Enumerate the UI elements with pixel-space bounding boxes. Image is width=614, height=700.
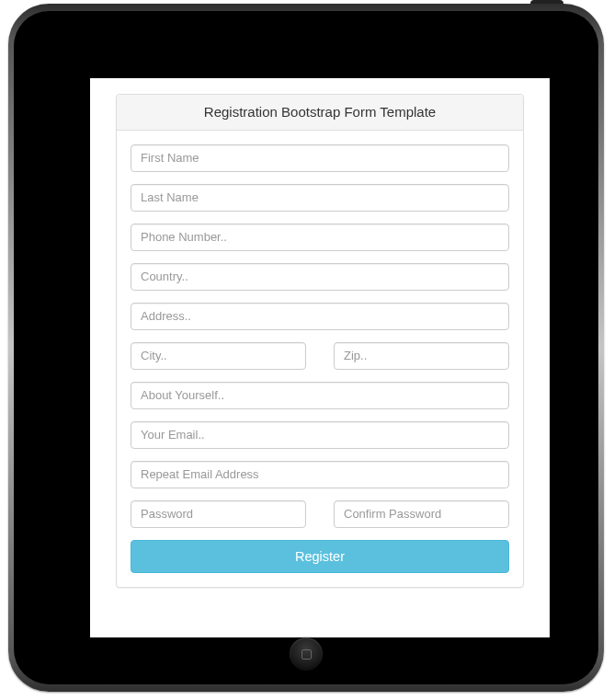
email-input[interactable] [131, 421, 509, 449]
last-name-input[interactable] [131, 184, 509, 212]
home-button-icon [301, 649, 312, 660]
country-input[interactable] [131, 263, 509, 291]
registration-form: Register [117, 131, 523, 587]
about-input[interactable] [131, 382, 509, 409]
city-input[interactable] [131, 342, 306, 370]
home-button[interactable] [290, 637, 323, 671]
zip-input[interactable] [334, 342, 509, 370]
phone-input[interactable] [131, 224, 509, 251]
first-name-input[interactable] [131, 144, 509, 172]
registration-panel: Registration Bootstrap Form Template [116, 94, 524, 588]
password-input[interactable] [131, 500, 306, 528]
panel-title: Registration Bootstrap Form Template [117, 95, 523, 131]
confirm-password-input[interactable] [334, 500, 509, 528]
address-input[interactable] [131, 303, 509, 330]
tablet-body: Registration Bootstrap Form Template [14, 11, 598, 684]
tablet-device: Registration Bootstrap Form Template [0, 0, 614, 700]
screen: Registration Bootstrap Form Template [90, 78, 550, 637]
repeat-email-input[interactable] [131, 461, 509, 488]
register-button[interactable]: Register [131, 540, 509, 573]
